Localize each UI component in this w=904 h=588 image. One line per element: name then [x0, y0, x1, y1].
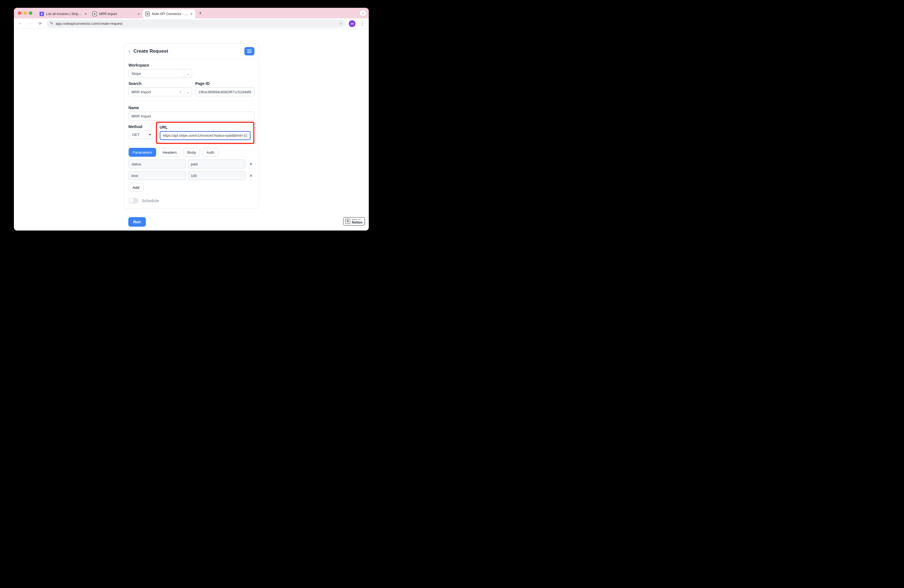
tab-stripe-docs[interactable]: S List all invoices | Stripe API R × — [37, 9, 90, 18]
create-request-card: ‹ Create Request Workspace Stripe ⌄ Sear… — [124, 43, 259, 209]
fullscreen-window-icon[interactable] — [29, 11, 32, 15]
tab-note-api-connector[interactable]: N Note API Connector - App × — [142, 9, 195, 18]
page-content: ‹ Create Request Workspace Stripe ⌄ Sear… — [14, 29, 369, 231]
hamburger-icon — [247, 51, 251, 52]
notion-logo-icon: N — [345, 219, 350, 224]
workspace-label: Workspace — [129, 63, 254, 67]
tab-title: MRR import — [99, 12, 135, 16]
param-value-input[interactable] — [188, 160, 245, 168]
card-header: ‹ Create Request — [124, 44, 259, 59]
stripe-favicon-icon: S — [40, 12, 44, 16]
card-menu-button[interactable] — [244, 47, 254, 55]
site-info-icon[interactable] — [49, 21, 54, 26]
tab-headers[interactable]: Headers — [158, 148, 181, 157]
method-label: Method — [129, 125, 153, 129]
tab-overflow-button[interactable]: ⌄ — [360, 10, 366, 16]
address-bar[interactable]: app.noteapiconnector.com/create-request … — [47, 19, 345, 28]
forward-button[interactable]: → — [27, 21, 33, 27]
search-value: MRR import — [132, 90, 151, 94]
profile-avatar[interactable]: m — [349, 21, 356, 27]
schedule-toggle[interactable] — [129, 198, 139, 204]
tab-auth[interactable]: Auth — [202, 148, 218, 157]
url-input[interactable] — [160, 131, 250, 140]
remove-param-icon[interactable]: × — [248, 173, 254, 179]
tab-body[interactable]: Body — [183, 148, 200, 157]
browser-toolbar: ← → ⟳ app.noteapiconnector.com/create-re… — [14, 18, 369, 29]
workspace-value: Stripe — [132, 71, 141, 76]
browser-window: S List all invoices | Stripe API R × N M… — [14, 8, 369, 231]
close-icon[interactable]: × — [137, 12, 140, 16]
param-row: × — [129, 160, 254, 168]
tab-strip: S List all invoices | Stripe API R × N M… — [14, 8, 369, 18]
url-label: URL — [160, 125, 250, 130]
url-highlight: URL — [156, 122, 254, 144]
tab-parameters[interactable]: Parameters — [129, 148, 156, 157]
browser-menu-icon[interactable]: ⋮ — [359, 21, 366, 27]
new-tab-button[interactable]: + — [196, 9, 204, 17]
clear-icon[interactable]: × — [177, 88, 184, 96]
page-id-label: Page ID — [195, 81, 254, 86]
page-title: Create Request — [134, 49, 168, 54]
remove-param-icon[interactable]: × — [248, 161, 254, 167]
tab-title: Note API Connector - App — [152, 12, 188, 16]
chevron-down-icon: ⌄ — [184, 70, 192, 77]
chevron-down-icon: ⌄ — [184, 88, 192, 96]
search-label: Search — [129, 81, 192, 86]
bookmark-icon[interactable]: ☆ — [339, 21, 343, 25]
close-icon[interactable]: × — [85, 12, 87, 16]
window-traffic-lights — [18, 11, 32, 15]
minimize-window-icon[interactable] — [24, 11, 27, 15]
divider — [129, 101, 254, 101]
method-select[interactable]: GET — [129, 130, 153, 139]
notion-favicon-icon: N — [92, 12, 97, 16]
param-row: × — [129, 171, 254, 180]
search-select[interactable]: MRR import × ⌄ — [129, 87, 192, 96]
reload-button[interactable]: ⟳ — [37, 21, 43, 27]
param-key-input[interactable] — [129, 160, 186, 168]
back-chevron-icon[interactable]: ‹ — [129, 49, 130, 54]
close-window-icon[interactable] — [18, 11, 21, 15]
made-for-notion-badge[interactable]: N Made for Notion — [343, 217, 365, 226]
page-id-value[interactable] — [198, 90, 251, 94]
url-text: app.noteapiconnector.com/create-request — [56, 21, 122, 25]
tab-mrr-import[interactable]: N MRR import × — [90, 9, 142, 18]
run-button[interactable]: Run — [128, 217, 146, 227]
workspace-select[interactable]: Stripe ⌄ — [129, 69, 192, 78]
schedule-label: Schedule — [142, 199, 159, 203]
name-input[interactable] — [129, 112, 254, 120]
add-param-button[interactable]: Add — [129, 183, 144, 192]
tab-title: List all invoices | Stripe API R — [46, 12, 82, 16]
name-value[interactable] — [132, 114, 251, 119]
request-tabs: Parameters Headers Body Auth — [129, 148, 254, 157]
param-value-input[interactable] — [188, 171, 245, 180]
badge-brand: Notion — [352, 220, 362, 224]
page-id-input[interactable] — [195, 87, 254, 96]
back-button[interactable]: ← — [17, 21, 24, 27]
close-icon[interactable]: × — [190, 12, 193, 16]
name-label: Name — [129, 106, 254, 110]
notion-favicon-icon: N — [145, 12, 150, 16]
param-key-input[interactable] — [129, 171, 186, 180]
